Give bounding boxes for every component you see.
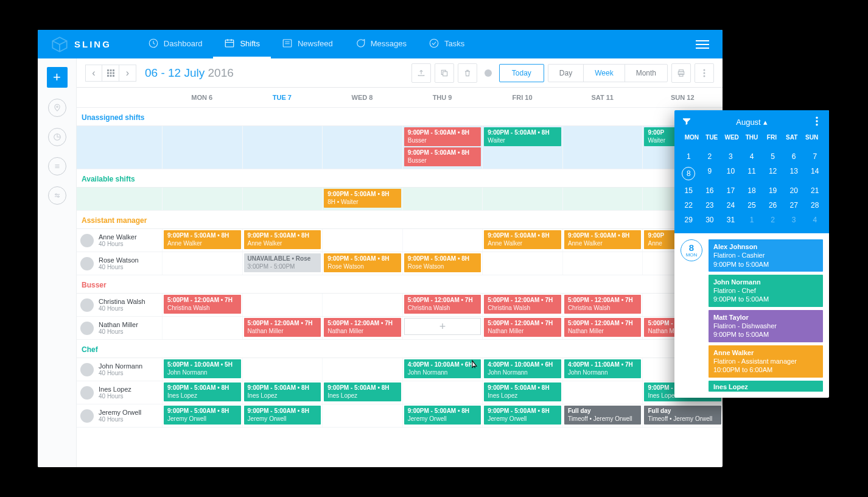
cal-day[interactable]: 23 <box>699 198 721 213</box>
cal-day[interactable]: 3 <box>720 149 741 164</box>
schedule-cell[interactable]: 4:00PM - 10:00AM • 6HJohn Normann <box>402 358 483 381</box>
more-icon[interactable] <box>695 63 714 83</box>
cal-event[interactable]: Ines Lopez <box>709 381 823 392</box>
schedule-cell[interactable] <box>322 294 402 316</box>
viewmode-day[interactable]: Day <box>548 65 583 82</box>
cal-day[interactable]: 9 <box>699 164 721 183</box>
cal-day[interactable]: 18 <box>741 183 763 198</box>
shift-block[interactable]: 9:00PM - 5:00AM • 8HJeremy Orwell <box>404 406 481 425</box>
cal-day[interactable]: 31 <box>720 213 741 227</box>
schedule-cell[interactable] <box>402 229 483 252</box>
add-shift-button[interactable]: + <box>404 318 481 335</box>
cal-event[interactable]: Anne WalkerFlatiron - Assistant manager1… <box>709 345 823 378</box>
shift-block[interactable]: 5:00PM - 12:00AM • 7HNathan Miller <box>564 318 642 337</box>
day-header[interactable]: THU 9 <box>402 88 483 107</box>
shift-block[interactable]: 5:00PM - 12:00AM • 7HChristina Walsh <box>564 295 642 314</box>
export-icon[interactable] <box>411 63 431 83</box>
cal-day[interactable]: 10 <box>720 164 741 183</box>
cal-day[interactable]: 13 <box>783 164 805 183</box>
cal-day[interactable]: 14 <box>804 164 825 183</box>
shift-block[interactable]: Full dayTimeoff • Jeremy Orwell <box>644 406 721 425</box>
schedule-cell[interactable] <box>562 252 643 275</box>
schedule-cell[interactable] <box>482 252 562 275</box>
day-header[interactable]: SAT 11 <box>562 88 643 107</box>
shift-block[interactable]: 5:00PM - 12:00AM • 7HChristina Walsh <box>404 295 481 314</box>
schedule-cell[interactable]: 5:00PM - 12:00AM • 7HChristina Walsh <box>402 294 483 316</box>
day-header[interactable]: TUE 7 <box>242 88 323 107</box>
nav-newsfeed[interactable]: Newsfeed <box>271 30 344 58</box>
shift-block[interactable]: 9:00PM - 5:00AM • 8H8H • Waiter <box>324 189 401 208</box>
copy-icon[interactable] <box>435 63 454 83</box>
prev-button[interactable]: ‹ <box>85 65 102 82</box>
nav-dashboard[interactable]: Dashboard <box>137 30 214 58</box>
shift-block[interactable]: 5:00PM - 12:00AM • 7HNathan Miller <box>484 318 561 337</box>
schedule-cell[interactable] <box>402 381 483 404</box>
schedule-cell[interactable]: 5:00PM - 10:00AM • 5HJohn Normann <box>162 358 242 381</box>
shift-block[interactable]: Full dayTimeoff • Jeremy Orwell <box>564 406 642 425</box>
cal-day[interactable]: 7 <box>804 149 825 164</box>
cal-day[interactable]: 29 <box>678 213 699 227</box>
cal-day[interactable]: 20 <box>783 183 805 198</box>
grid-view-icon[interactable] <box>102 65 119 82</box>
schedule-cell[interactable]: 9:00PM - 5:00AM • 8HInes Lopez <box>242 381 323 404</box>
viewmode-week[interactable]: Week <box>583 65 624 82</box>
schedule-cell[interactable] <box>322 358 402 381</box>
cal-day[interactable]: 11 <box>741 164 763 183</box>
today-button[interactable]: Today <box>499 64 544 82</box>
cal-event[interactable]: John NormannFlatiron - Chef9:00PM to 5:0… <box>709 275 823 307</box>
schedule-cell[interactable]: 9:00PM - 5:00AM • 8HRose Watson <box>322 252 402 275</box>
cal-event[interactable]: Matt TaylorFlatiron - Dishwasher9:00PM t… <box>709 310 823 342</box>
shift-block[interactable]: 5:00PM - 12:00AM • 7HChristina Walsh <box>164 295 241 314</box>
shift-block[interactable]: 5:00PM - 12:00AM • 7HNathan Miller <box>324 318 401 337</box>
cal-day[interactable]: 1 <box>678 149 699 164</box>
schedule-cell[interactable]: 9:00PM - 5:00AM • 8HJeremy Orwell <box>402 404 483 427</box>
cal-day[interactable]: 26 <box>762 198 783 213</box>
shift-block[interactable]: 9:00PM - 5:00AM • 8HJeremy Orwell <box>484 406 561 425</box>
cal-day[interactable]: 6 <box>783 149 805 164</box>
schedule-cell[interactable]: 9:00PM - 5:00AM • 8HInes Lopez <box>162 381 242 404</box>
piechart-icon[interactable] <box>48 128 66 146</box>
print-icon[interactable] <box>671 63 691 83</box>
shift-block[interactable]: 9:00PM - 5:00AM • 8HWaiter <box>484 127 561 146</box>
schedule-cell[interactable]: 9:00PM - 5:00AM • 8HJeremy Orwell <box>482 404 562 427</box>
cal-day[interactable]: 3 <box>783 213 805 227</box>
schedule-cell[interactable]: Full dayTimeoff • Jeremy Orwell <box>562 404 643 427</box>
viewmode-month[interactable]: Month <box>625 65 667 82</box>
shift-block[interactable]: 9:00PM - 5:00AM • 8HAnne Walker <box>244 230 321 249</box>
cal-day[interactable]: 2 <box>699 149 721 164</box>
next-button[interactable]: › <box>119 65 136 82</box>
list-icon[interactable] <box>48 157 66 175</box>
schedule-cell[interactable]: 9:00PM - 5:00AM • 8HAnne Walker <box>562 229 643 252</box>
shift-block[interactable]: 9:00PM - 5:00AM • 8HAnne Walker <box>164 230 241 249</box>
schedule-cell[interactable] <box>242 294 323 316</box>
cal-day[interactable]: 16 <box>699 183 721 198</box>
shift-block[interactable]: UNAVAILABLE • Rose3:00PM - 5:00PM <box>244 253 321 272</box>
schedule-cell[interactable]: 5:00PM - 12:00AM • 7HChristina Walsh <box>482 294 562 316</box>
schedule-cell[interactable]: Full dayTimeoff • Jeremy Orwell <box>642 404 723 427</box>
settings-icon[interactable] <box>48 186 66 205</box>
cal-day[interactable]: 30 <box>699 213 721 227</box>
shift-block[interactable]: 5:00PM - 10:00AM • 5HJohn Normann <box>164 359 241 378</box>
schedule-cell[interactable]: 9:00PM - 5:00AM • 8HAnne Walker <box>482 229 562 252</box>
schedule-cell[interactable]: 5:00PM - 12:00AM • 7HNathan Miller <box>242 317 323 339</box>
nav-messages[interactable]: Messages <box>344 30 418 58</box>
nav-tasks[interactable]: Tasks <box>418 30 475 58</box>
schedule-cell[interactable]: 5:00PM - 12:00AM • 7HNathan Miller <box>562 317 643 339</box>
schedule-cell[interactable]: 5:00PM - 12:00AM • 7HNathan Miller <box>322 317 402 339</box>
shift-block[interactable]: 9:00PM - 5:00AM • 8HAnne Walker <box>484 230 561 249</box>
day-header[interactable]: SUN 12 <box>642 88 723 107</box>
cal-day[interactable]: 17 <box>720 183 741 198</box>
shift-block[interactable]: 5:00PM - 12:00AM • 7HNathan Miller <box>244 318 321 337</box>
schedule-cell[interactable] <box>242 358 323 381</box>
cal-day[interactable]: 25 <box>741 198 763 213</box>
schedule-cell[interactable] <box>322 404 402 427</box>
schedule-cell[interactable]: 5:00PM - 12:00AM • 7HNathan Miller <box>482 317 562 339</box>
menu-icon[interactable] <box>696 38 709 51</box>
shift-block[interactable]: 9:00PM - 5:00AM • 8HAnne Walker <box>564 230 642 249</box>
shift-block[interactable]: 9:00PM - 5:00AM • 8HJeremy Orwell <box>164 406 241 425</box>
cal-day[interactable]: 2 <box>762 213 783 227</box>
cal-month-selector[interactable]: August ▴ <box>736 118 767 127</box>
shift-block[interactable]: 9:00PM - 5:00AM • 8HInes Lopez <box>244 382 321 401</box>
shift-block[interactable]: 9:00PM - 5:00AM • 8HInes Lopez <box>164 382 241 401</box>
schedule-cell[interactable] <box>562 381 643 404</box>
